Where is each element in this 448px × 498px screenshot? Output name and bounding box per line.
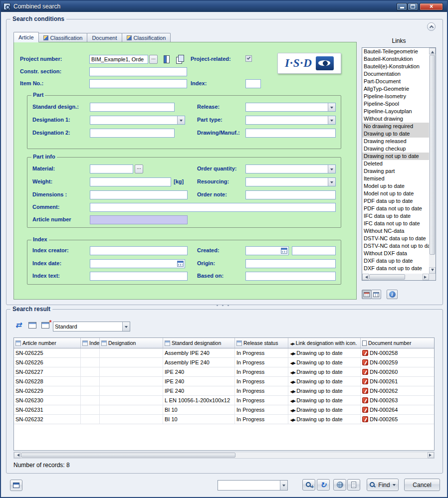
- cell-link-designation[interactable]: Drawing up to date: [288, 377, 361, 386]
- tab-classification-2[interactable]: Classification: [122, 33, 171, 42]
- links-list-item[interactable]: DSTV-NC data not up to date: [362, 242, 429, 250]
- cell-designation[interactable]: [100, 358, 163, 367]
- refresh-results-button[interactable]: [12, 320, 24, 331]
- calendar-icon[interactable]: [281, 248, 287, 254]
- index-creator-field[interactable]: [90, 246, 188, 255]
- new-document-button[interactable]: [347, 479, 360, 491]
- table-row[interactable]: SN-026231 BI 10 In Progress Drawing up t…: [14, 405, 434, 415]
- link-view-button[interactable]: [371, 290, 381, 299]
- links-list-item[interactable]: Bauteil-Teilegeometrie: [362, 48, 429, 55]
- cell-designation[interactable]: [100, 348, 163, 357]
- designation2-field[interactable]: [90, 129, 175, 138]
- standard-design-field[interactable]: [90, 103, 175, 112]
- index-text-field[interactable]: [90, 272, 188, 281]
- links-list-item[interactable]: DXF data not up to date: [362, 265, 429, 272]
- cell-index[interactable]: [81, 386, 100, 395]
- links-list-item[interactable]: AllgTyp-Geometrie: [362, 85, 429, 93]
- table-row[interactable]: SN-026228 IPE 240 In Progress Drawing up…: [14, 377, 434, 386]
- links-list-item[interactable]: Pipeline-Isometry: [362, 93, 429, 100]
- cell-release-status[interactable]: In Progress: [235, 377, 288, 386]
- cell-designation[interactable]: [100, 396, 163, 405]
- created-time-field[interactable]: [292, 246, 336, 255]
- cell-article-number[interactable]: SN-026228: [14, 377, 81, 386]
- titlebar[interactable]: Combined search: [1, 1, 447, 12]
- cell-designation[interactable]: [100, 386, 163, 395]
- tab-article[interactable]: Article: [13, 32, 39, 42]
- cell-document-number[interactable]: DN-000263: [361, 396, 434, 405]
- cell-link-designation[interactable]: Drawing up to date: [288, 348, 361, 357]
- links-list-item[interactable]: Deleted: [362, 160, 429, 167]
- drawing-manuf-field[interactable]: [245, 129, 336, 138]
- links-list-item[interactable]: Part-Document: [362, 78, 429, 85]
- project-copy-icon[interactable]: [175, 54, 184, 64]
- links-list-item[interactable]: Without DXF data: [362, 250, 429, 257]
- designation1-select[interactable]: [90, 116, 185, 125]
- cell-standard-designation[interactable]: BI 10: [163, 405, 235, 414]
- scrollbar-thumb[interactable]: [21, 453, 235, 458]
- splitter-handle[interactable]: [215, 304, 231, 307]
- links-list-item[interactable]: Drawing released: [362, 138, 429, 145]
- project-related-checkbox[interactable]: [245, 55, 252, 62]
- links-list-item[interactable]: IFC data up to date: [362, 212, 429, 220]
- scrollbar-thumb[interactable]: [430, 55, 435, 255]
- based-on-field[interactable]: [245, 272, 336, 281]
- column-header-document-number[interactable]: Document number: [361, 338, 434, 348]
- cell-link-designation[interactable]: Drawing up to date: [288, 367, 361, 376]
- tab-document[interactable]: Document: [87, 33, 122, 42]
- origin-field[interactable]: [245, 259, 336, 268]
- find-button[interactable]: Find: [367, 479, 399, 491]
- project-index-icon[interactable]: [162, 54, 171, 64]
- article-number-field[interactable]: [90, 215, 188, 224]
- links-list-item[interactable]: Without NC-data: [362, 227, 429, 235]
- constr-section-field[interactable]: [89, 67, 187, 76]
- dimensions-field[interactable]: [90, 190, 188, 199]
- links-list-item[interactable]: Drawing not up to date: [362, 153, 429, 160]
- collapse-button[interactable]: [427, 22, 436, 31]
- cell-release-status[interactable]: In Progress: [235, 367, 288, 376]
- material-field[interactable]: [90, 165, 133, 173]
- scrollbar-thumb[interactable]: [369, 274, 405, 280]
- close-button[interactable]: [420, 3, 443, 10]
- cell-standard-designation[interactable]: IPE 240: [163, 386, 235, 395]
- cell-release-status[interactable]: In Progress: [235, 358, 288, 367]
- cell-article-number[interactable]: SN-026231: [14, 405, 81, 414]
- cell-document-number[interactable]: DN-000259: [361, 358, 434, 367]
- cell-standard-designation[interactable]: Assembly IPE 240: [163, 348, 235, 357]
- cell-release-status[interactable]: In Progress: [235, 396, 288, 405]
- index-date-field[interactable]: [90, 259, 185, 268]
- cell-link-designation[interactable]: Drawing up to date: [288, 405, 361, 414]
- cell-document-number[interactable]: DN-000258: [361, 348, 434, 357]
- cell-document-number[interactable]: DN-000260: [361, 367, 434, 376]
- links-listbox[interactable]: Bauteil-Teilegeometrie Bauteil-Konstrukt…: [362, 47, 436, 281]
- tab-classification-1[interactable]: Classification: [38, 33, 88, 42]
- links-list-item[interactable]: DXF data up to date: [362, 257, 429, 265]
- search-settings-button[interactable]: [302, 479, 315, 491]
- quick-search-select[interactable]: [218, 480, 288, 491]
- links-list-item[interactable]: Itemised: [362, 175, 429, 182]
- calendar-icon[interactable]: [177, 261, 184, 267]
- order-note-field[interactable]: [245, 190, 336, 199]
- cell-index[interactable]: [81, 377, 100, 386]
- links-list-item[interactable]: Pipeline-Spool: [362, 100, 429, 108]
- table-row[interactable]: SN-026225 Assembly IPE 240 In Progress D…: [14, 348, 434, 358]
- cell-index[interactable]: [81, 415, 100, 424]
- table-row[interactable]: SN-026229 IPE 240 In Progress Drawing up…: [14, 386, 434, 396]
- links-horizontal-scrollbar[interactable]: [362, 274, 429, 280]
- minimize-button[interactable]: [397, 3, 407, 10]
- cell-document-number[interactable]: DN-000261: [361, 377, 434, 386]
- cell-designation[interactable]: [100, 405, 163, 414]
- cell-standard-designation[interactable]: IPE 240: [163, 377, 235, 386]
- scroll-down-button[interactable]: [429, 267, 436, 274]
- table-row[interactable]: SN-026232 BI 10 In Progress Drawing up t…: [14, 415, 434, 424]
- cell-release-status[interactable]: In Progress: [235, 348, 288, 357]
- cell-index[interactable]: [81, 367, 100, 376]
- cell-designation[interactable]: [100, 415, 163, 424]
- refresh-button[interactable]: [317, 479, 330, 491]
- links-list-item[interactable]: Bauteil-Konstruktion: [362, 55, 429, 63]
- cell-release-status[interactable]: In Progress: [235, 386, 288, 395]
- result-settings-button[interactable]: [39, 320, 51, 331]
- result-view-select[interactable]: Standard: [53, 322, 130, 332]
- scroll-up-button[interactable]: [429, 48, 436, 54]
- links-list-item[interactable]: PDF data up to date: [362, 197, 429, 205]
- scroll-left-button[interactable]: [362, 274, 369, 280]
